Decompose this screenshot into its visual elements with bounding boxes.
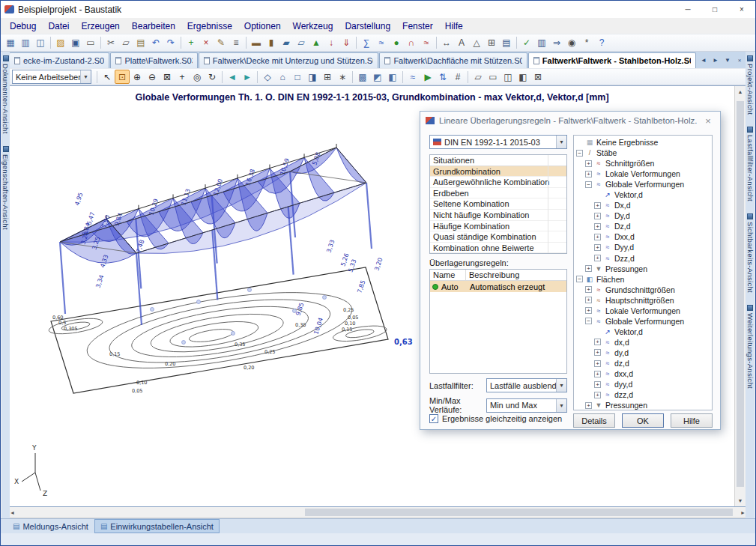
norm-combo[interactable]: DIN EN 1992-1-1 2015-03 ▼ [429,135,567,149]
export-icon[interactable]: ⇒ [549,36,564,50]
tree-item-vektor-d[interactable]: ↗Vektor,d [574,189,712,200]
tree-item-dzz-d[interactable]: +≈Dzz,d [574,253,712,264]
pan-icon[interactable]: + [175,70,190,84]
menu-hilfe[interactable]: Hilfe [439,19,469,33]
side-tab-projekt-ansicht[interactable]: Projekt-Ansicht [746,55,755,115]
line-load-icon[interactable]: ⇓ [339,36,354,50]
menu-bearbeiten[interactable]: Bearbeiten [126,19,181,33]
tree-item-dyy-d[interactable]: +≈Dyy,d [574,242,712,252]
tree-item-keine-ergebnisse[interactable]: ▦Keine Ergebnisse [574,137,712,148]
situation-außergewöhnliche-kombination[interactable]: Außergewöhnliche Kombination [430,177,566,188]
workplane-combo[interactable]: Keine Arbeitseben ▼ [12,70,91,84]
grid-icon[interactable]: ⊞ [484,36,499,50]
view-forward-icon[interactable]: ► [240,70,255,84]
shading-icon[interactable]: ◩ [370,70,385,84]
new-window-icon[interactable]: ◫ [501,70,515,84]
tree-item-dy-d[interactable]: +≈Dy,d [574,210,712,221]
expand-icon[interactable]: + [585,160,592,167]
expand-icon[interactable]: + [594,213,601,219]
tile-windows-icon[interactable]: ◫ [33,36,48,50]
side-tab-dokumenten-ansicht[interactable]: Dokumenten-Ansicht [1,55,10,134]
tree-item-grundschnittgrößen[interactable]: +≈Grundschnittgrößen [574,285,712,295]
copy-icon[interactable]: ▱ [118,36,133,50]
document-tab-faltwerk-decke-mit-unterzug-und-stützen-s03[interactable]: Faltwerk\Decke mit Unterzug und Stützen.… [199,52,379,68]
rotate-view-icon[interactable]: ↻ [205,70,220,84]
expand-icon[interactable]: + [594,392,601,398]
ok-button[interactable]: OK [622,413,664,428]
split-window-icon[interactable]: ◧ [515,70,530,84]
document-tab-platte-faltwerk-s03[interactable]: Platte\Faltwerk.S03 [110,52,197,68]
tab-scroll-left-icon[interactable]: ◄ [698,55,709,65]
menu-ergebnisse[interactable]: Ergebnisse [181,19,238,33]
situation-grundkombination[interactable]: Grundkombination [430,166,566,178]
wall-icon[interactable]: ▱ [294,36,309,50]
horizontal-scroll-track[interactable] [15,507,740,518]
settings-icon[interactable]: * [579,36,594,50]
situation-häufige-kombination[interactable]: Häufige Kombination [430,221,566,232]
rules-row-auto[interactable]: Auto Automatisch erzeugt [430,281,566,292]
side-tab-weiterleitungs-ansicht[interactable]: Weiterleitungs-Ansicht [746,305,755,389]
properties-icon[interactable]: ≡ [229,36,244,50]
expand-icon[interactable]: + [594,349,601,356]
situation-seltene-kombination[interactable]: Seltene Kombination [430,198,566,210]
undo-icon[interactable]: ↶ [148,36,163,50]
menu-werkzeug[interactable]: Werkzeug [287,19,339,33]
tree-item-dz-d[interactable]: +≈Dz,d [574,221,712,231]
column-icon[interactable]: ▮ [264,36,279,50]
expand-icon[interactable]: + [585,297,592,303]
horizontal-scrollbar[interactable]: ◄ ► [9,507,746,518]
document-tab-faltwerk-faltwerk-stahlbeton-holz-s03[interactable]: Faltwerk\Faltwerk - Stahlbeton-Holz.S03 [528,52,696,68]
document-tab-faltwerk-dachfläche-mit-stützen-s03[interactable]: Faltwerk\Dachfläche mit Stützen.S03 [379,52,527,68]
minimize-button[interactable]: ─ [674,1,701,18]
tree-item-dxx-d[interactable]: +≈dxx,d [574,368,712,379]
menu-fenster[interactable]: Fenster [396,19,439,33]
menu-debug[interactable]: Debug [4,19,42,33]
situation-erdbeben[interactable]: Erdbeben [430,188,566,199]
zoom-in-icon[interactable]: ⊕ [130,70,145,84]
moment-diagram-icon[interactable]: ∩ [404,36,419,50]
shear-diagram-icon[interactable]: ≈ [419,36,434,50]
copy-view-icon[interactable]: ▱ [471,70,486,84]
scroll-up-icon[interactable]: ▲ [735,86,746,97]
document-tab-ecke-im-zustand-2-s07[interactable]: ecke-im-Zustand-2.S07 [9,52,109,68]
scroll-left-icon[interactable]: ◄ [10,507,15,518]
expand-icon[interactable]: + [594,202,601,209]
side-tab-eigenschaften-ansicht[interactable]: Eigenschaften-Ansicht [1,146,10,230]
layers-icon[interactable]: ▤ [499,36,514,50]
tree-item-dz-d[interactable]: +≈dz,d [574,358,712,368]
tree-item-lokale-verformungen[interactable]: +≈Lokale Verformungen [574,306,712,316]
tree-item-vektor-d[interactable]: ↗Vektor,d [574,327,712,337]
grid-toggle-icon[interactable]: ⊞ [320,70,335,84]
tree-item-dx-d[interactable]: +≈Dx,d [574,200,712,210]
zoom-all-icon[interactable]: ◎ [190,70,205,84]
calculate-icon[interactable]: ∑ [359,36,374,50]
chevron-down-icon[interactable]: ▼ [80,70,91,83]
chevron-down-icon[interactable]: ▼ [556,136,566,148]
select-region-icon[interactable]: ⊡ [115,70,130,84]
check-icon[interactable]: ✓ [519,36,534,50]
expand-icon[interactable]: + [594,255,601,261]
animation-icon[interactable]: ▶ [420,70,435,84]
expand-icon[interactable]: + [594,223,601,230]
dimension-icon[interactable]: ↔ [439,36,454,50]
minmax-combo[interactable]: Min und Max ▼ [486,398,567,413]
paste-icon[interactable]: ▤ [133,36,148,50]
side-view-icon[interactable]: ◨ [305,70,320,84]
print-view-icon[interactable]: ▭ [486,70,501,84]
expand-icon[interactable]: + [594,381,601,388]
collapse-icon[interactable]: − [576,150,583,157]
menu-datei[interactable]: Datei [42,19,75,33]
expand-icon[interactable]: + [594,339,601,345]
expand-icon[interactable]: + [585,307,592,314]
chevron-down-icon[interactable]: ▼ [556,379,566,392]
vertical-scrollbar[interactable]: ▲ ▼ [734,86,746,506]
maximize-view-icon[interactable]: ⊠ [530,70,545,84]
text-icon[interactable]: A [454,36,469,50]
vertical-scroll-thumb[interactable] [737,101,744,487]
save-icon[interactable]: ▣ [68,36,83,50]
section-icon[interactable]: ◧ [385,70,400,84]
deformation-icon[interactable]: ≈ [405,70,420,84]
tab-close-icon[interactable]: × [734,55,745,65]
lastfallfilter-combo[interactable]: Lastfälle ausblenden ▼ [486,378,567,392]
close-button[interactable]: × [728,1,755,18]
